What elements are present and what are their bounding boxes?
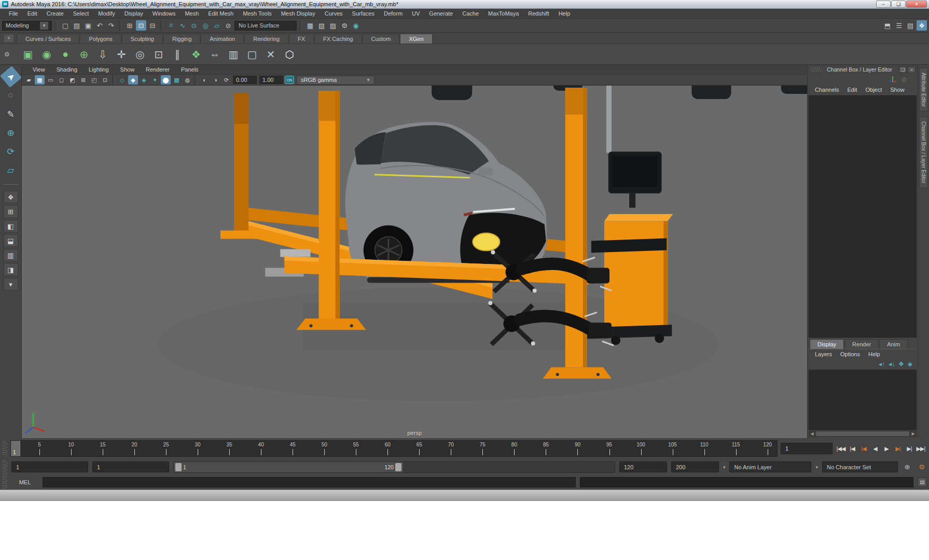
shelf-tab[interactable]: Polygons <box>80 34 121 44</box>
animation-end-field[interactable]: 200 <box>671 461 719 472</box>
new-layer-from-selected-icon[interactable]: ◈ <box>908 360 912 368</box>
rotate-tool[interactable]: ⟳ <box>3 144 19 159</box>
select-tool[interactable]: ➤ <box>0 66 22 88</box>
layer-editor-menu-item[interactable]: Help <box>864 351 884 357</box>
color-management-icon[interactable]: ◉ <box>351 20 361 31</box>
divider[interactable] <box>54 20 58 31</box>
menu-item[interactable]: Mesh <box>180 9 203 19</box>
xray-icon[interactable]: ◑ <box>211 75 220 85</box>
grid-icon[interactable]: ▦ <box>35 75 45 85</box>
speed-slow-icon[interactable]: ◍ <box>901 76 906 83</box>
save-scene-icon[interactable]: ▣ <box>83 20 93 31</box>
menu-item[interactable]: Windows <box>148 9 181 19</box>
command-language-label[interactable]: MEL <box>11 479 38 485</box>
safe-title-icon[interactable]: ⊡ <box>100 75 110 85</box>
xgen-blob-icon[interactable]: ● <box>57 46 74 63</box>
add-guide-icon[interactable]: ✛ <box>113 46 130 63</box>
isolate-select-icon[interactable]: ◐ <box>200 75 210 85</box>
panel-menu-item[interactable]: Panels <box>175 66 204 73</box>
step-forward-frame-button[interactable]: ▶| <box>904 443 914 454</box>
resolution-gate-icon[interactable]: ◻ <box>57 75 66 85</box>
command-input[interactable] <box>43 477 576 487</box>
animation-preferences-icon[interactable]: ⚙ <box>917 463 927 471</box>
restore-button[interactable]: ❑ <box>891 1 906 8</box>
go-to-end-button[interactable]: ▶▶| <box>916 443 926 454</box>
range-end-handle[interactable] <box>395 463 401 471</box>
occlusion-icon[interactable]: ▩ <box>172 75 182 85</box>
tab-attribute-editor[interactable]: Attribute Editor <box>919 68 928 111</box>
scroll-right-icon[interactable]: ▶ <box>910 430 917 437</box>
scroll-left-icon[interactable]: ◀ <box>809 430 815 437</box>
panel-menu-item[interactable]: Renderer <box>140 66 175 73</box>
drag-handle[interactable] <box>810 67 821 72</box>
scrollbar-thumb[interactable] <box>816 431 909 436</box>
step-back-key-button[interactable]: |◀ <box>858 443 869 454</box>
move-tool[interactable]: ⊕ <box>3 125 19 141</box>
layout-persp-outliner-button[interactable]: ◧ <box>4 220 18 232</box>
layout-persp-graph-button[interactable]: ⬓ <box>4 234 18 247</box>
live-surface-field[interactable]: No Live Surface <box>234 21 297 31</box>
shadows-icon[interactable]: ⬤ <box>161 75 171 85</box>
menu-item[interactable]: Cache <box>457 9 483 19</box>
animation-start-field[interactable]: 1 <box>11 461 88 472</box>
layout-outliner-persp-button[interactable]: ◨ <box>4 263 18 276</box>
menu-item[interactable]: Help <box>554 9 575 19</box>
divider[interactable] <box>119 20 122 31</box>
new-empty-layer-icon[interactable]: ❖ <box>898 360 904 368</box>
open-scene-icon[interactable]: ▤ <box>72 20 82 31</box>
step-forward-key-button[interactable]: ▶| <box>893 443 903 454</box>
chevron-down-icon[interactable]: ▾ <box>815 465 818 470</box>
scene-3d-view[interactable]: persp <box>22 86 807 438</box>
menu-set-dropdown[interactable]: Modeling ▼ <box>2 21 52 31</box>
anim-layer-dropdown[interactable]: No Anim Layer <box>729 461 811 472</box>
chevron-down-icon[interactable]: ▾ <box>723 465 726 470</box>
layer-editor-tab[interactable]: Anim <box>879 339 908 349</box>
menu-item[interactable]: Deform <box>379 9 407 19</box>
convert-guides-icon[interactable]: ▢ <box>244 46 260 63</box>
layout-four-pane-button[interactable]: ⊞ <box>4 205 18 218</box>
playback-start-field[interactable]: 1 <box>92 461 169 472</box>
channel-box-menu-item[interactable]: Edit <box>843 87 861 93</box>
step-back-frame-button[interactable]: |◀ <box>847 443 857 454</box>
drag-handle[interactable] <box>2 441 7 456</box>
drag-handle[interactable] <box>2 474 7 490</box>
shelf-tab[interactable]: Rigging <box>163 34 200 44</box>
shelf-tab[interactable]: Custom <box>363 34 400 44</box>
channel-box-toggle-icon[interactable]: ❖ <box>917 20 927 31</box>
exposure-icon[interactable]: ⟳ <box>221 75 231 85</box>
panel-menu-item[interactable]: Lighting <box>83 66 115 73</box>
divider[interactable] <box>299 20 302 31</box>
menu-item[interactable]: Edit <box>23 9 42 19</box>
attribute-editor-toggle-icon[interactable]: ▤ <box>905 20 916 31</box>
snap-center-icon[interactable]: ◎ <box>200 20 211 31</box>
range-slider[interactable]: 1 120 <box>173 461 615 473</box>
comb-guides-icon[interactable]: ∥ <box>169 46 186 63</box>
shelf-tab[interactable]: XGen <box>400 34 432 44</box>
channel-box-header[interactable]: Channel Box / Layer Editor ❑ × <box>808 65 918 74</box>
tool-settings-icon[interactable]: ☰ <box>894 20 904 31</box>
snap-point-icon[interactable]: ⊙ <box>189 20 199 31</box>
attach-hair-icon[interactable]: ⇩ <box>94 46 111 63</box>
lasso-select-tool[interactable]: ◌ <box>3 88 19 103</box>
guide-width-icon[interactable]: ⇔ <box>206 46 223 63</box>
select-camera-icon[interactable]: ▰ <box>24 75 34 85</box>
select-component-icon[interactable]: ⊟ <box>147 20 158 31</box>
play-backwards-button[interactable]: ◀ <box>870 443 880 454</box>
snap-curve-icon[interactable]: ∿ <box>177 20 188 31</box>
render-settings-icon[interactable]: ⚙ <box>339 20 350 31</box>
character-set-dropdown[interactable]: No Character Set <box>822 461 898 472</box>
safe-action-icon[interactable]: ◰ <box>89 75 99 85</box>
menu-item[interactable]: Display <box>120 9 148 19</box>
channel-list-empty[interactable] <box>809 95 917 338</box>
divider[interactable] <box>160 20 163 31</box>
xgen-layers-icon[interactable]: ❖ <box>188 46 204 63</box>
render-view-icon[interactable]: ▦ <box>305 20 315 31</box>
channel-box-menu-item[interactable]: Object <box>861 87 886 93</box>
layer-scrollbar[interactable]: ◀ ▶ <box>809 430 917 437</box>
menu-item[interactable]: Curves <box>320 9 348 19</box>
tab-channel-box[interactable]: Channel Box / Layer Editor <box>919 117 928 188</box>
float-panel-icon[interactable]: ❑ <box>899 66 907 73</box>
layer-editor-tab[interactable]: Display <box>810 339 844 349</box>
layer-editor-menu-item[interactable]: Layers <box>811 351 836 357</box>
make-live-icon[interactable]: ⊘ <box>223 20 233 31</box>
